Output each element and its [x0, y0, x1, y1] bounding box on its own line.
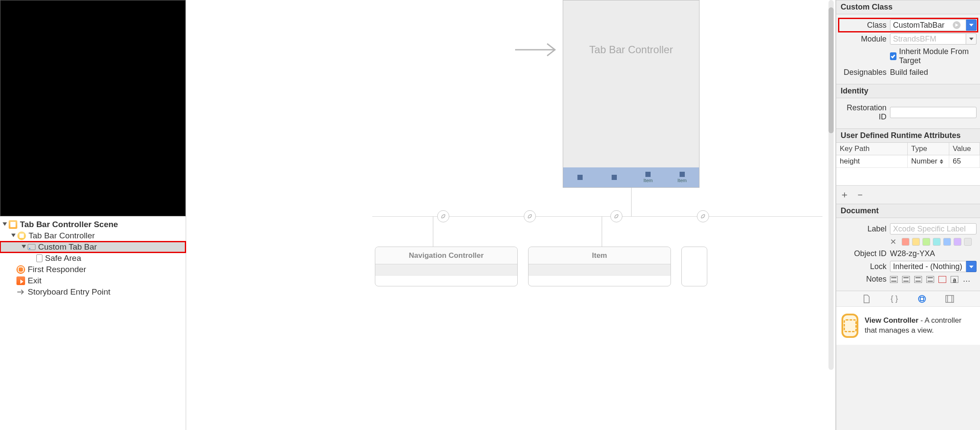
underline-icon[interactable]: a: [951, 276, 958, 283]
align-right-icon[interactable]: [914, 276, 922, 283]
color-swatch[interactable]: [943, 238, 951, 246]
tab-square-icon: [577, 175, 583, 180]
lock-select[interactable]: Inherited - (Nothing): [890, 261, 966, 272]
outline-label: Storyboard Entry Point: [28, 287, 110, 297]
tab-bar-controller-scene[interactable]: Tab Bar Controller Item Item: [563, 0, 700, 188]
align-center-icon[interactable]: [902, 276, 910, 283]
lock-row: Lock Inherited - (Nothing): [840, 261, 977, 272]
tab-item[interactable]: [563, 167, 597, 187]
col-header[interactable]: Key Path: [836, 143, 908, 155]
class-input[interactable]: CustomTabBar: [890, 19, 966, 31]
color-swatch[interactable]: [964, 238, 972, 246]
field-label: Label: [840, 225, 890, 234]
add-attr-button[interactable]: ＋: [840, 188, 849, 201]
align-left-icon[interactable]: [890, 276, 898, 283]
library-object-tab[interactable]: [917, 294, 927, 304]
color-swatch[interactable]: [912, 238, 920, 246]
clear-label-color-button[interactable]: ✕: [890, 237, 896, 247]
segue-relationship-icon[interactable]: [697, 210, 709, 222]
label-row: Label Xcode Specific Label: [840, 223, 977, 234]
checkbox-label: Inherit Module From Target: [899, 47, 977, 65]
col-header[interactable]: Type: [908, 143, 949, 155]
segue-line: [433, 216, 433, 247]
child-scene[interactable]: Item: [528, 247, 671, 286]
lock-dropdown-button[interactable]: [966, 261, 977, 272]
inherit-row: Inherit Module From Target: [840, 47, 977, 65]
section-title: User Defined Runtime Attributes: [836, 128, 980, 143]
scene-title: Tab Bar Controller: [563, 44, 699, 56]
scrollbar[interactable]: [828, 0, 834, 370]
outline-scene-row[interactable]: Tab Bar Controller Scene: [0, 219, 186, 230]
library-code-tab[interactable]: { }: [890, 294, 899, 304]
library-item[interactable]: View Controller - A controller that mana…: [836, 306, 980, 345]
tab-item-label: Item: [677, 178, 687, 183]
outline-first-responder-row[interactable]: First Responder: [0, 264, 186, 275]
runtime-attrs-row[interactable]: height Number 65: [836, 155, 980, 168]
field-label: Restoration ID: [840, 103, 890, 122]
disclosure-triangle-icon[interactable]: [2, 221, 8, 228]
restoration-input[interactable]: [890, 107, 977, 118]
segue-relationship-icon[interactable]: [524, 210, 536, 222]
label-input[interactable]: Xcode Specific Label: [890, 223, 977, 234]
svg-point-10: [919, 295, 925, 302]
field-label: Designables: [840, 68, 890, 77]
col-header[interactable]: Value: [949, 143, 980, 155]
color-swatch[interactable]: [922, 238, 930, 246]
outline-entry-row[interactable]: Storyboard Entry Point: [0, 286, 186, 298]
go-arrow-icon[interactable]: [953, 21, 961, 29]
outline-safe-area-row[interactable]: Safe Area: [0, 253, 186, 264]
inherit-checkbox[interactable]: [890, 52, 896, 60]
tab-item[interactable]: [597, 167, 632, 187]
runtime-attrs-header: Key Path Type Value: [836, 143, 980, 155]
outline-exit-row[interactable]: Exit: [0, 275, 186, 286]
designables-value: Build failed: [890, 68, 977, 77]
more-icon[interactable]: …: [963, 275, 970, 284]
color-swatch[interactable]: [954, 238, 961, 246]
attr-keypath[interactable]: height: [836, 155, 908, 167]
segue-relationship-icon[interactable]: [610, 210, 622, 222]
storyboard-canvas[interactable]: Tab Bar Controller Item Item Navigation …: [186, 0, 836, 430]
disclosure-triangle-icon[interactable]: [21, 244, 27, 250]
color-swatch[interactable]: [902, 238, 909, 246]
view-controller-icon: [841, 314, 858, 338]
outline-custom-tab-bar-row[interactable]: Custom Tab Bar: [0, 241, 186, 253]
library-file-tab[interactable]: [862, 294, 871, 304]
tab-square-icon: [645, 172, 651, 177]
tab-item[interactable]: Item: [665, 167, 700, 187]
outline-controller-row[interactable]: Tab Bar Controller: [0, 230, 186, 241]
format-icon[interactable]: [938, 276, 946, 283]
remove-attr-button[interactable]: －: [855, 188, 865, 201]
svg-marker-1: [11, 234, 16, 237]
svg-marker-7: [969, 38, 974, 40]
class-row: Class CustomTabBar: [840, 19, 977, 31]
field-label: Class: [840, 21, 890, 30]
safe-area-icon: [36, 254, 42, 262]
disclosure-triangle-icon[interactable]: [10, 233, 16, 239]
outline-label: Tab Bar Controller: [29, 231, 95, 241]
child-scene[interactable]: [681, 247, 707, 286]
module-dropdown-button[interactable]: [966, 33, 977, 45]
align-justify-icon[interactable]: [926, 276, 934, 283]
child-scene-body: [375, 264, 517, 276]
child-scene[interactable]: Navigation Controller: [375, 247, 518, 286]
navigator-sidebar: Tab Bar Controller Scene Tab Bar Control…: [0, 0, 186, 430]
entry-arrow-icon: [515, 41, 558, 61]
field-label: Object ID: [840, 249, 890, 258]
tab-bar-icon: [28, 244, 35, 250]
attr-value[interactable]: 65: [949, 155, 980, 167]
tab-bar[interactable]: Item Item: [563, 167, 699, 187]
exit-icon: [16, 276, 25, 285]
attr-type[interactable]: Number: [908, 155, 949, 167]
library-media-tab[interactable]: [945, 294, 954, 304]
segue-relationship-icon[interactable]: [437, 210, 449, 222]
color-swatch[interactable]: [933, 238, 941, 246]
tab-square-icon: [612, 175, 617, 180]
outline-label: Safe Area: [45, 254, 81, 263]
scrollbar-thumb[interactable]: [828, 7, 834, 133]
first-responder-icon: [16, 265, 25, 274]
stepper-icon[interactable]: [940, 159, 944, 164]
entry-point-icon: [16, 288, 25, 296]
tab-item[interactable]: Item: [631, 167, 665, 187]
class-dropdown-button[interactable]: [966, 19, 977, 31]
module-input[interactable]: StrandsBFM: [890, 33, 966, 45]
